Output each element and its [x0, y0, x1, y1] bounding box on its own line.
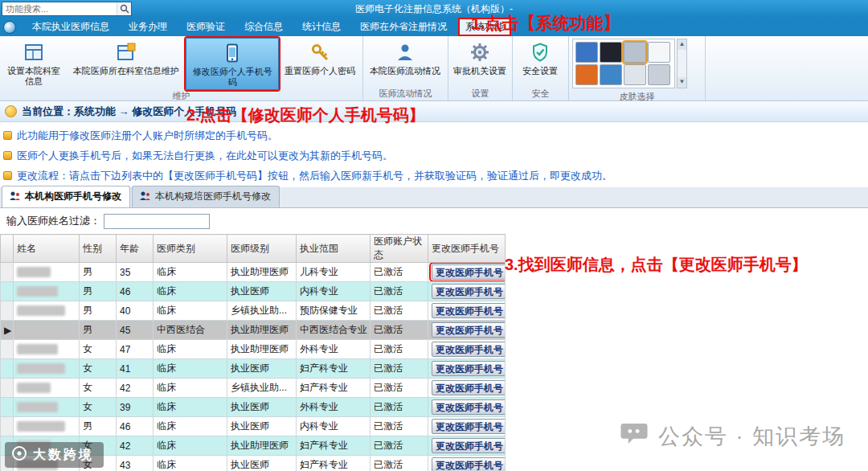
tab-local-doctor-phone[interactable]: 本机构医师手机号修改 [2, 186, 130, 207]
cell-level: 乡镇执业助... [227, 301, 297, 321]
scroll-track[interactable] [678, 50, 686, 77]
skin-swatch[interactable] [600, 64, 622, 85]
menu-item-info[interactable]: 综合信息 [235, 18, 293, 36]
cell-level: 执业助理医师 [227, 263, 297, 282]
cell-category: 临床 [154, 263, 227, 282]
security-settings-button[interactable]: 安全设置 [514, 38, 566, 88]
skin-swatch[interactable] [575, 64, 598, 85]
cell-age: 42 [117, 379, 154, 398]
change-phone-button[interactable]: 更改医师手机号 [432, 380, 506, 395]
cell-gender: 男 [80, 417, 117, 436]
search-icon[interactable] [117, 2, 131, 15]
cell-scope: 内科专业 [297, 282, 371, 301]
table-row[interactable]: 女41临床执业医师妇产科专业已激活更改医师手机号 [1, 359, 506, 379]
menu-item-practicing-doctors[interactable]: 本院执业医师信息 [23, 18, 119, 36]
tab-trainee-doctor-phone[interactable]: 本机构规培医师手机号修改 [132, 186, 280, 207]
skin-swatch[interactable] [648, 42, 670, 63]
column-header-gender[interactable]: 性别 [80, 235, 117, 263]
column-header-category[interactable]: 医师类别 [154, 235, 227, 263]
cell-level: 执业助理医师 [227, 436, 297, 456]
cell-gender: 女 [80, 379, 117, 398]
change-phone-button[interactable]: 更改医师手机号 [432, 438, 506, 453]
cell-change-phone: 更改医师手机号 [428, 321, 506, 340]
cell-age: 43 [117, 456, 154, 471]
set-department-button[interactable]: 设置本院科室信息 [2, 38, 66, 90]
watermark-left-text: 大数跨境 [33, 447, 94, 464]
cell-category: 临床 [154, 456, 227, 471]
cell-status: 已激活 [371, 456, 428, 471]
cell-change-phone: 更改医师手机号 [428, 379, 506, 398]
tab-strip: 本机构医师手机号修改 本机构规培医师手机号修改 [0, 187, 868, 208]
reset-password-button[interactable]: 重置医师个人密码 [279, 38, 361, 90]
cell-change-phone: 更改医师手机号 [428, 340, 506, 359]
change-phone-button[interactable]: 更改医师手机号 [432, 322, 506, 338]
department-grid-icon [23, 40, 44, 64]
cell-change-phone: 更改医师手机号 [428, 263, 506, 282]
table-row[interactable]: 男35临床执业助理医师儿科专业已激活更改医师手机号 [1, 263, 506, 282]
column-header-scope[interactable]: 执业范围 [297, 235, 371, 263]
doctor-name-filter-input[interactable] [104, 214, 210, 229]
change-phone-button[interactable]: 更改医师手机号 [432, 264, 506, 280]
table-row[interactable]: 男46临床执业医师内科专业已激活更改医师手机号 [1, 282, 506, 301]
ribbon-group-security: 安全设置 安全 [513, 36, 569, 100]
table-row[interactable]: 女42临床乡镇执业助...妇产科专业已激活更改医师手机号 [1, 379, 506, 398]
scroll-down-icon[interactable]: ▼ [678, 77, 686, 88]
doctor-name-redacted [14, 263, 80, 282]
cell-gender: 男 [80, 263, 117, 282]
cell-scope: 儿科专业 [297, 263, 371, 282]
cell-change-phone: 更改医师手机号 [428, 282, 506, 301]
table-row[interactable]: 男40临床乡镇执业助...预防保健专业已激活更改医师手机号 [1, 301, 506, 321]
cell-change-phone: 更改医师手机号 [428, 456, 506, 471]
menu-item-stats[interactable]: 统计信息 [293, 18, 350, 36]
column-header-level[interactable]: 医师级别 [227, 235, 297, 263]
cell-category: 中西医结合 [154, 321, 227, 340]
cell-change-phone: 更改医师手机号 [428, 301, 506, 321]
change-phone-button[interactable]: 更改医师手机号 [432, 284, 506, 299]
cell-status: 已激活 [371, 263, 428, 282]
change-phone-button[interactable]: 更改医师手机号 [432, 457, 506, 471]
change-phone-button[interactable]: 更改医师手机号 [432, 399, 506, 415]
doctor-department-maintain-button[interactable]: 本院医师所在科室信息维护 [66, 38, 186, 90]
column-header-name[interactable]: 姓名 [14, 235, 80, 263]
skin-swatch[interactable] [600, 42, 622, 63]
table-row[interactable]: 女39临床执业医师外科专业已激活更改医师手机号 [1, 398, 506, 417]
menu-item-system-functions[interactable]: 系统功能 [458, 18, 511, 36]
cell-age: 42 [117, 436, 154, 456]
table-row[interactable]: 女47临床执业助理医师外科专业已激活更改医师手机号 [1, 340, 506, 359]
cell-gender: 女 [80, 398, 117, 417]
menu-item-out-province[interactable]: 医师在外省注册情况 [350, 18, 457, 36]
cell-scope: 妇产科专业 [297, 379, 371, 398]
scroll-up-icon[interactable]: ▲ [678, 39, 686, 50]
skin-swatch[interactable] [624, 42, 646, 63]
cell-level: 执业医师 [227, 282, 297, 301]
info-text: 更改流程：请点击下边列表中的【更改医师手机号码】按钮，然后输入医师新手机号，并获… [17, 169, 612, 183]
modify-phone-button[interactable]: 修改医师个人手机号码 [186, 38, 279, 90]
doctor-person-icon [395, 40, 416, 64]
column-header-age[interactable]: 年龄 [117, 235, 154, 263]
change-phone-button[interactable]: 更改医师手机号 [432, 342, 506, 357]
column-header-change-phone[interactable]: 更改医师手机号 [428, 235, 506, 263]
doctor-flow-button[interactable]: 本院医师流动情况 [365, 38, 445, 88]
skin-scrollbar[interactable]: ▲ ▼ [677, 39, 687, 88]
menu-item-business[interactable]: 业务办理 [119, 18, 177, 36]
cell-age: 35 [117, 263, 154, 282]
app-logo-icon[interactable] [3, 21, 16, 34]
info-text: 医师个人更换手机号后，如果无法自行更换，在此处可以更改为其新的手机号码。 [17, 149, 393, 163]
table-row[interactable]: ▶男45中西医结合执业助理医师中西医结合专业已激活更改医师手机号 [1, 321, 506, 340]
watermark-right: 公众号 · 知识考场 [620, 421, 845, 452]
change-phone-button[interactable]: 更改医师手机号 [432, 419, 506, 434]
skin-swatch[interactable] [648, 64, 670, 85]
cell-scope: 内科专业 [297, 417, 371, 436]
change-phone-button[interactable]: 更改医师手机号 [432, 361, 506, 376]
ribbon-group-label: 安全 [513, 88, 568, 100]
menu-item-verify[interactable]: 医师验证 [177, 18, 235, 36]
skin-swatch[interactable] [624, 64, 646, 85]
approval-settings-button[interactable]: 审批机关设置 [450, 38, 510, 88]
table-row[interactable]: 男46临床执业医师内科专业已激活更改医师手机号 [1, 417, 506, 436]
search-input[interactable] [2, 4, 117, 14]
column-header-status[interactable]: 医师账户状态 [371, 235, 428, 263]
function-search-box[interactable] [2, 2, 132, 16]
skin-swatch[interactable] [575, 42, 598, 63]
menu-bar: 本院执业医师信息 业务办理 医师验证 综合信息 统计信息 医师在外省注册情况 系… [0, 18, 868, 36]
change-phone-button[interactable]: 更改医师手机号 [432, 303, 506, 318]
